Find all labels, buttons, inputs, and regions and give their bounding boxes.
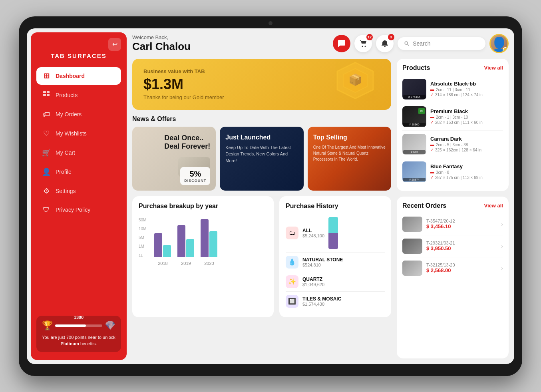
history-item-quartz: ✨ QUARTZ $1,049,620	[286, 272, 385, 292]
svg-line-7	[408, 44, 409, 46]
y-label-1l: 1L	[139, 253, 146, 258]
content-area: Business value with TAB $1.3M Thanks for…	[132, 59, 509, 358]
chart-bars: 2018 2019	[154, 219, 267, 266]
product-item-2[interactable]: # 613 Carrara Dark ▬ 2cm - 5 | 3cm - 38 …	[402, 131, 503, 158]
bar-2020-cyan	[209, 231, 217, 257]
message-button[interactable]	[333, 35, 350, 52]
orders-panel: Recent Orders View all T-35472/20-12 $ 3…	[397, 197, 509, 358]
history-item-all: 🗂 ALL $5,248,100	[286, 214, 385, 253]
sidebar-item-settings[interactable]: ⚙ Settings	[36, 182, 121, 200]
user-name: Carl Chalou	[132, 40, 327, 53]
order-thumb-2	[402, 261, 422, 276]
news-card-launched[interactable]: Just Launched Keep Up To Date With The L…	[220, 127, 303, 191]
history-bar-all	[328, 217, 344, 249]
bar-2018-cyan	[163, 245, 171, 257]
greeting-block: Welcome Back, Carl Chalou	[132, 34, 327, 53]
bar-2020: 2020	[201, 219, 217, 266]
sidebar-item-profile[interactable]: 👤 Profile	[36, 163, 121, 181]
order-arrow-1: ›	[501, 243, 503, 249]
news-section: News & Offers Deal Once..Deal Forever! 5…	[132, 115, 391, 191]
settings-icon: ⚙	[42, 187, 51, 195]
news-grid: Deal Once..Deal Forever! 5% DISCOUNT	[132, 127, 391, 191]
bell-button[interactable]: 3	[376, 35, 394, 52]
orders-icon: 🏷	[42, 110, 51, 119]
cart-badge: 12	[366, 34, 373, 40]
order-item-1[interactable]: T-29321/03-21 $ 3,950.50 ›	[402, 235, 503, 257]
sidebar-back-button[interactable]: ↩	[108, 38, 121, 51]
bar-2019-purple	[177, 225, 185, 257]
x-label-2018: 2018	[158, 261, 167, 266]
order-arrow-0: ›	[501, 221, 503, 227]
banner-icon: 📦	[335, 60, 375, 108]
product-item-3[interactable]: # 28874 Blue Fantasy ▬ 3cm - 8 ⤢	[402, 158, 503, 185]
history-item-tiles: 🔲 TILES & MOSAIC $1,574,430	[286, 292, 385, 311]
points-highlight: Platinum	[60, 341, 79, 346]
sidebar-item-privacy[interactable]: 🛡 Privacy Policy	[36, 201, 121, 219]
sidebar-nav: ⊞ Dashboard Products 🏷	[36, 67, 121, 312]
points-icon-gold: 🏆	[42, 320, 53, 331]
orders-panel-title: Recent Orders	[402, 202, 446, 209]
sidebar-item-products[interactable]: Products	[36, 86, 121, 104]
discount-badge: 5% DISCOUNT	[180, 167, 210, 185]
svg-rect-1	[47, 91, 50, 93]
news-card-deal[interactable]: Deal Once..Deal Forever! 5% DISCOUNT	[132, 127, 216, 191]
history-icon-stone: 💧	[286, 256, 298, 269]
sidebar-item-cart[interactable]: 🛒 My Cart	[36, 144, 121, 161]
order-item-2[interactable]: T-32125/13-20 $ 2,568.00 ›	[402, 257, 503, 279]
news-card-top[interactable]: Top Selling One Of The Largest And Most …	[308, 127, 391, 191]
svg-point-6	[405, 42, 408, 44]
launched-title: Just Launched	[225, 134, 298, 141]
avatar[interactable]	[489, 34, 509, 53]
chart-title: Purchase breakup by year	[139, 203, 267, 210]
sidebar-item-orders[interactable]: 🏷 My Orders	[36, 106, 121, 123]
products-view-all[interactable]: View all	[484, 65, 503, 71]
cart-button[interactable]: 12	[354, 35, 372, 52]
header-icons: 12 3	[333, 34, 509, 53]
bar-2018-purple	[154, 233, 162, 257]
order-item-0[interactable]: T-35472/20-12 $ 3,456.10 ›	[402, 213, 503, 235]
chart-area: 50M 10M 5M 1M 1L	[139, 214, 267, 270]
products-icon	[42, 91, 51, 100]
products-panel: Products View all # 27444A Absolute Blac…	[397, 59, 509, 191]
screen: ↩ TAB SURFACES ⊞ Dashboard	[27, 28, 514, 364]
points-card: 1300 🏆 💎 You are just 700 points near to…	[36, 316, 121, 352]
purchase-history-card: Purchase History 🗂 ALL $5,248,100	[279, 196, 391, 317]
product-thumb-3: # 28874	[402, 161, 426, 182]
launched-body: Keep Up To Date With The Latest Design T…	[225, 144, 298, 164]
history-title: Purchase History	[286, 203, 385, 210]
sidebar-item-wishlists[interactable]: ♡ My Wishlists	[36, 125, 121, 142]
avatar-gold-badge	[503, 47, 508, 53]
bell-badge: 3	[388, 34, 394, 40]
points-bar-fill	[55, 324, 86, 327]
history-icon-quartz: ✨	[286, 275, 298, 288]
svg-rect-2	[43, 94, 46, 96]
chart-y-labels: 50M 10M 5M 1M 1L	[139, 218, 146, 266]
bottom-panels: Purchase breakup by year 50M 10M 5M 1M 1…	[132, 196, 391, 317]
history-icon-all: 🗂	[286, 227, 298, 239]
order-thumb-1	[402, 239, 422, 254]
orders-panel-header: Recent Orders View all	[402, 202, 503, 209]
greeting-sub: Welcome Back,	[132, 34, 327, 40]
y-label-1m: 1M	[139, 244, 146, 249]
x-label-2020: 2020	[204, 261, 214, 266]
x-label-2019: 2019	[181, 261, 191, 266]
top-title: Top Selling	[313, 134, 386, 141]
header: Welcome Back, Carl Chalou	[132, 34, 509, 53]
y-label-5m: 5M	[139, 235, 146, 240]
dashboard-icon: ⊞	[42, 72, 51, 80]
svg-rect-3	[47, 94, 50, 96]
product-item-0[interactable]: # 27444A Absolute Black-bb ▬ 2cm - 11 | …	[402, 76, 503, 103]
sidebar-item-dashboard[interactable]: ⊞ Dashboard	[36, 67, 121, 85]
products-panel-header: Products View all	[402, 64, 503, 72]
history-icon-tiles: 🔲	[286, 295, 298, 308]
search-bar[interactable]	[398, 37, 485, 50]
gold-banner: Business value with TAB $1.3M Thanks for…	[132, 59, 391, 110]
product-item-1[interactable]: N # 28366 Premium Black ▬ 2cm - 1 | 3cm …	[402, 103, 503, 131]
bar-2018: 2018	[154, 233, 171, 266]
orders-view-all[interactable]: View all	[484, 203, 503, 209]
search-input[interactable]	[413, 40, 479, 47]
news-title: News & Offers	[132, 115, 391, 123]
profile-icon: 👤	[42, 167, 51, 176]
tablet-frame: ↩ TAB SURFACES ⊞ Dashboard	[19, 16, 522, 376]
deal-title: Deal Once..Deal Forever!	[164, 134, 210, 151]
